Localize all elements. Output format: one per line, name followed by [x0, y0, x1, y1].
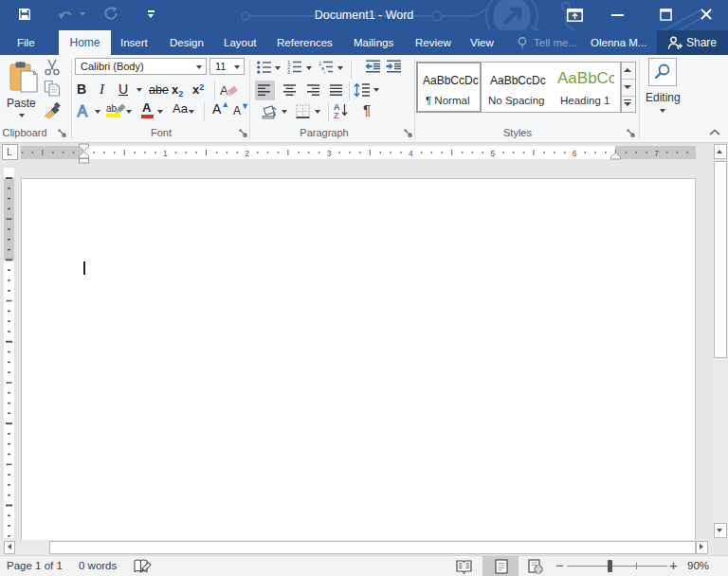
- svg-text:Z: Z: [334, 111, 339, 118]
- svg-text:2: 2: [245, 149, 249, 158]
- svg-text:7: 7: [654, 149, 659, 158]
- svg-text:3: 3: [287, 69, 290, 74]
- svg-text:A: A: [220, 83, 228, 98]
- svg-text:6: 6: [573, 149, 577, 158]
- svg-text:3: 3: [327, 149, 332, 158]
- svg-text:4: 4: [409, 149, 413, 158]
- svg-text:1: 1: [163, 149, 168, 158]
- svg-text:5: 5: [490, 149, 495, 158]
- svg-text:A: A: [78, 103, 88, 119]
- svg-text:i: i: [324, 70, 325, 75]
- svg-text:ab: ab: [106, 103, 118, 114]
